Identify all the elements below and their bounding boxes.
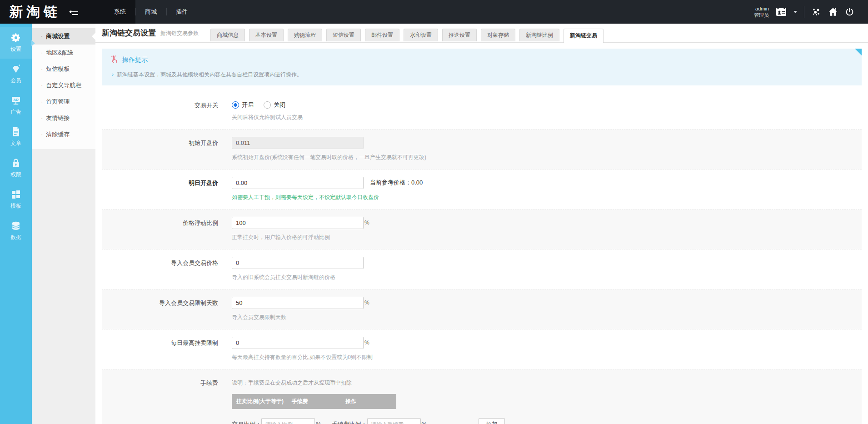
- rail-label: 设置: [10, 45, 21, 53]
- rail-label: 会员: [10, 77, 21, 85]
- app-logo-text: 新淘链: [9, 3, 61, 21]
- reference-price-text: 当前参考价格：0.00: [370, 179, 423, 186]
- topbar-divider: [804, 6, 804, 18]
- bullet: ·: [41, 115, 43, 121]
- logout-power-icon[interactable]: [845, 7, 854, 17]
- rail-item-ads[interactable]: AD 广告: [0, 90, 32, 121]
- rail-label: 广告: [10, 108, 21, 116]
- float-ratio-input[interactable]: [232, 217, 364, 229]
- percent-comma-text: %，: [316, 420, 327, 424]
- tab-chain-ratio[interactable]: 新淘链比例: [519, 29, 559, 41]
- form-row-daily-max-sell: 每日最高挂卖限制 % 每天最高挂卖持有数量的百分比,如果不设置或为0则不限制: [102, 329, 862, 369]
- field-help: 导入的旧系统会员挂卖交易时新淘链的价格: [232, 274, 364, 281]
- user-dropdown-caret-icon[interactable]: [793, 11, 797, 13]
- page-content: 操作提示 ›新淘链基本设置，商城及其他模块相关内容在其各自栏目设置项内进行操作。…: [95, 43, 868, 424]
- rail-item-data[interactable]: 数据: [0, 215, 32, 247]
- form-row-import-price: 导入会员交易价格 导入的旧系统会员挂卖交易时新淘链的价格: [102, 249, 862, 289]
- main-panel: 新淘链交易设置 新淘链交易参数 商城信息 基本设置 购物流程 短信设置 邮件设置…: [95, 24, 868, 424]
- radio-off[interactable]: [264, 101, 271, 109]
- user-name: admin: [754, 5, 769, 12]
- field-help: 关闭后将仅允许测试人员交易: [232, 114, 303, 121]
- percent-text: %: [422, 421, 427, 424]
- tab-mall-info[interactable]: 商城信息: [210, 29, 245, 41]
- rail-label: 文章: [10, 140, 21, 147]
- tab-watermark-settings[interactable]: 水印设置: [404, 29, 438, 41]
- field-label: 手续费: [102, 377, 218, 424]
- radio-off-label[interactable]: 关闭: [274, 101, 285, 109]
- submenu-item-custom-navbar[interactable]: ·自定义导航栏: [32, 77, 95, 94]
- top-nav-plugin[interactable]: 插件: [166, 0, 197, 24]
- pointing-hand-icon: [110, 55, 118, 65]
- submenu-item-friend-links[interactable]: ·友情链接: [32, 110, 95, 126]
- add-fee-button[interactable]: 添加: [479, 418, 505, 424]
- svg-text:AD: AD: [13, 98, 19, 102]
- trade-switch-radio-group: 开启 关闭: [232, 99, 303, 109]
- field-help: 系统初始开盘价(系统没有任何一笔交易时取的价格，一旦产生交易就不可再更改): [232, 154, 426, 161]
- fee-col-action: 操作: [345, 398, 396, 405]
- fee-ratio-input[interactable]: [261, 418, 315, 424]
- radio-on-label[interactable]: 开启: [242, 101, 254, 109]
- percent-suffix: %: [364, 219, 369, 226]
- rail-item-templates[interactable]: 模板: [0, 184, 32, 215]
- fee-add-form: 交易比例： %， 手续费比例： % 添加: [232, 418, 505, 424]
- tip-header: 操作提示: [110, 55, 853, 65]
- clear-cache-icon[interactable]: [811, 7, 821, 17]
- submenu: ·商城设置 ·地区&配送 ·短信模板 ·自定义导航栏 ·首页管理 ·友情链接 ·…: [32, 24, 95, 149]
- form-row-import-limit-days: 导入会员交易限制天数 % 导入会员交易限制天数: [102, 289, 862, 329]
- submenu-item-home-manage[interactable]: ·首页管理: [32, 94, 95, 110]
- field-label: 明日开盘价: [102, 177, 218, 201]
- radio-on[interactable]: [232, 101, 239, 109]
- bullet: ·: [41, 65, 43, 72]
- top-nav-system[interactable]: 系统: [105, 0, 135, 24]
- field-help: 正常挂卖时，用户输入价格的可浮动比例: [232, 234, 369, 241]
- tab-chain-trade[interactable]: 新淘链交易: [564, 29, 604, 43]
- field-label: 导入会员交易限制天数: [102, 297, 218, 321]
- tomorrow-price-input[interactable]: [232, 177, 364, 189]
- submenu-item-clear-cache[interactable]: ·清除缓存: [32, 126, 95, 143]
- tip-bullet-icon: ›: [112, 71, 114, 78]
- rail-item-articles[interactable]: 文章: [0, 121, 32, 153]
- bullet: ·: [41, 49, 43, 56]
- user-card-icon[interactable]: [776, 7, 787, 17]
- user-info: admin 管理员: [754, 5, 769, 18]
- initial-price-input: [232, 137, 364, 149]
- bullet: ·: [41, 33, 43, 40]
- field-help: 导入会员交易限制天数: [232, 314, 369, 321]
- submenu-item-sms-template[interactable]: ·短信模板: [32, 61, 95, 77]
- rail-item-settings[interactable]: 设置: [0, 27, 32, 59]
- tab-object-storage[interactable]: 对象存储: [481, 29, 515, 41]
- diamond-icon: [10, 64, 21, 75]
- tab-basic-settings[interactable]: 基本设置: [249, 29, 284, 41]
- tab-shopping-flow[interactable]: 购物流程: [288, 29, 322, 41]
- topbar-spacer: [197, 0, 754, 24]
- submenu-item-region-delivery[interactable]: ·地区&配送: [32, 45, 95, 61]
- tab-mail-settings[interactable]: 邮件设置: [365, 29, 399, 41]
- fee-rate-input[interactable]: [367, 418, 421, 424]
- page-subtitle: 新淘链交易参数: [160, 30, 199, 37]
- import-limit-days-input[interactable]: [232, 297, 364, 309]
- page-title: 新淘链交易设置: [102, 28, 156, 38]
- home-icon[interactable]: [828, 7, 838, 17]
- bullet: ·: [41, 82, 43, 89]
- rail-item-permissions[interactable]: 权限: [0, 153, 32, 184]
- gear-icon: [10, 32, 21, 43]
- import-price-input[interactable]: [232, 257, 364, 269]
- operation-tip-panel: 操作提示 ›新淘链基本设置，商城及其他模块相关内容在其各自栏目设置项内进行操作。: [102, 49, 862, 85]
- rail-item-members[interactable]: 会员: [0, 59, 32, 90]
- document-icon: [10, 126, 21, 137]
- field-label: 每日最高挂卖限制: [102, 337, 218, 361]
- top-nav-mall[interactable]: 商城: [135, 0, 166, 24]
- sidebar-collapse-icon[interactable]: [69, 8, 78, 15]
- tab-push-settings[interactable]: 推送设置: [442, 29, 477, 41]
- daily-max-sell-input[interactable]: [232, 337, 364, 349]
- page-header: 新淘链交易设置 新淘链交易参数 商城信息 基本设置 购物流程 短信设置 邮件设置…: [95, 24, 868, 43]
- fee-col-fee: 手续费: [292, 398, 345, 405]
- percent-suffix: %: [364, 299, 369, 306]
- database-icon: [10, 220, 21, 231]
- submenu-item-mall-settings[interactable]: ·商城设置: [32, 28, 95, 45]
- fee-note: 说明：手续费是在交易成功之后才从提现币中扣除: [232, 377, 505, 387]
- form-row-tomorrow-price: 明日开盘价 当前参考价格：0.00 如需要人工干预，则需要每天设定，不设定默认取…: [102, 170, 862, 210]
- rail-label: 权限: [10, 171, 21, 179]
- tab-sms-settings[interactable]: 短信设置: [326, 29, 361, 41]
- app-logo: 新淘链: [0, 0, 105, 24]
